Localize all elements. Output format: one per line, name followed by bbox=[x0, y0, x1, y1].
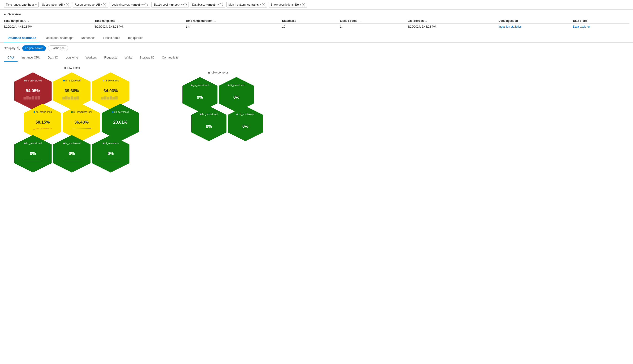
chevron-down-icon: ▾ bbox=[218, 4, 219, 6]
sub-tab-connectivity[interactable]: Connectivity bbox=[158, 54, 182, 62]
hex-hi-serverless-2[interactable]: hi_serverless 0% bbox=[92, 135, 130, 172]
sparkline bbox=[20, 95, 46, 100]
group-by-elastic-pool[interactable]: Elastic pool bbox=[48, 46, 68, 51]
sort-icon: ↑↓ bbox=[297, 20, 300, 22]
tab-databases[interactable]: Databases bbox=[77, 34, 99, 42]
svg-rect-5 bbox=[38, 96, 40, 100]
filter-logical-server[interactable]: Logical server: <unset> ▾ i bbox=[110, 2, 150, 8]
filter-elastic-pool[interactable]: Elastic pool: <unset> ▾ i bbox=[151, 2, 189, 8]
sparkline bbox=[98, 158, 123, 162]
info-icon: i bbox=[103, 3, 106, 6]
filter-show-descriptions[interactable]: Show descriptions: No ▾ i bbox=[269, 2, 307, 8]
dot-icon bbox=[236, 114, 238, 115]
hex-grid-dbw-demo-dr: gp_provisioned 0% hi_provisioned 0% bbox=[173, 76, 264, 142]
sub-tab-data-io[interactable]: Data IO bbox=[44, 54, 62, 62]
col-time-start[interactable]: Time range start ↑↓ bbox=[4, 18, 95, 24]
col-data-ingestion: Data ingestion bbox=[499, 18, 573, 24]
sub-tab-waits[interactable]: Waits bbox=[121, 54, 136, 62]
info-icon: i bbox=[302, 3, 305, 6]
info-icon: i bbox=[183, 3, 187, 6]
dot-icon bbox=[103, 80, 104, 82]
sub-tabs: CPU Instance CPU Data IO Log write Worke… bbox=[0, 51, 633, 62]
sub-tab-log-write[interactable]: Log write bbox=[62, 54, 82, 62]
chevron-down-icon: ▾ bbox=[101, 4, 102, 6]
sub-tab-instance-cpu[interactable]: Instance CPU bbox=[18, 54, 44, 62]
col-databases[interactable]: Databases ↑↓ bbox=[282, 18, 340, 24]
cell-last-refresh: 8/29/2024, 5:48:28 PM bbox=[408, 24, 499, 30]
filter-match-pattern[interactable]: Match pattern: contains ▾ i bbox=[226, 2, 267, 8]
col-time-end[interactable]: Time range end ↑↓ bbox=[95, 18, 186, 24]
svg-rect-17 bbox=[115, 96, 118, 100]
col-elastic-pools[interactable]: Elastic pools ↑↓ bbox=[340, 18, 408, 24]
hex-row-3: bc_provisioned 0% hi_provisioned bbox=[14, 134, 130, 173]
sort-icon: ↑↓ bbox=[27, 20, 29, 22]
data-explorer-link[interactable]: Data explorer bbox=[573, 25, 590, 28]
info-icon: i bbox=[220, 3, 223, 6]
chevron-down-icon: ▾ bbox=[64, 4, 65, 6]
svg-rect-7 bbox=[65, 96, 68, 100]
svg-rect-11 bbox=[76, 96, 79, 100]
main-tabs: Database heatmaps Elastic pool heatmaps … bbox=[0, 34, 633, 42]
filter-subscription[interactable]: Subscription: All ▾ i bbox=[40, 2, 71, 8]
svg-line-18 bbox=[72, 128, 91, 129]
chevron-down-icon: ▾ bbox=[35, 4, 37, 6]
dot-icon bbox=[191, 84, 193, 86]
col-duration[interactable]: Time range duration ↑↓ bbox=[186, 18, 282, 24]
cell-time-start: 8/29/2024, 4:48:28 PM bbox=[4, 24, 95, 30]
sparkline bbox=[69, 126, 94, 131]
hex-value: 94.05% bbox=[26, 88, 40, 94]
sub-tab-requests[interactable]: Requests bbox=[101, 54, 121, 62]
info-icon: i bbox=[17, 46, 20, 50]
group-by-logical-server[interactable]: Logical server bbox=[22, 46, 46, 51]
sparkline bbox=[59, 158, 85, 162]
filter-resource-group[interactable]: Resource group: All ▾ i bbox=[73, 2, 108, 8]
hex-bc-provisioned-2[interactable]: bc_provisioned 0% bbox=[14, 135, 52, 172]
hex-value: 69.66% bbox=[65, 88, 79, 94]
sparkline bbox=[20, 158, 46, 162]
sub-tab-storage-io[interactable]: Storage IO bbox=[136, 54, 158, 62]
server-group-dbw-demo-dr: ⊞ dbw-demo-dr gp_provisioned 0% bbox=[173, 71, 264, 142]
hex-bc-provisioned-dr2[interactable]: bc_provisioned 0% bbox=[228, 106, 263, 141]
server-label-dbw-demo-dr: ⊞ dbw-demo-dr bbox=[208, 71, 228, 74]
svg-rect-10 bbox=[74, 97, 76, 100]
filter-database[interactable]: Database: <unset> ▾ i bbox=[190, 2, 225, 8]
server-icon: ⊞ bbox=[208, 71, 211, 74]
chevron-down-icon: ▾ bbox=[260, 4, 261, 6]
hex-value: 36.48% bbox=[74, 120, 89, 125]
sub-tab-workers[interactable]: Workers bbox=[82, 54, 101, 62]
tab-database-heatmaps[interactable]: Database heatmaps bbox=[4, 34, 40, 42]
filter-time-range[interactable]: Time range: Last hour ▾ bbox=[4, 2, 39, 8]
dot-icon bbox=[34, 111, 35, 113]
cell-data-store[interactable]: Data explorer bbox=[573, 24, 629, 30]
hex-hi-provisioned-2[interactable]: hi_provisioned 0% bbox=[53, 135, 91, 172]
svg-rect-6 bbox=[62, 97, 65, 100]
dot-icon bbox=[24, 80, 26, 82]
overview-title: Overview bbox=[8, 12, 21, 16]
info-icon: i bbox=[262, 3, 265, 6]
svg-rect-13 bbox=[104, 96, 106, 100]
hex-value: 64.06% bbox=[104, 88, 118, 94]
tab-elastic-pools[interactable]: Elastic pools bbox=[99, 34, 124, 42]
chevron-down-icon: ▾ bbox=[300, 4, 301, 6]
hex-value: 0% bbox=[108, 151, 114, 156]
hex-value: 23.61% bbox=[113, 120, 127, 125]
server-icon: ⊞ bbox=[64, 66, 66, 70]
cell-databases: 10 bbox=[282, 24, 340, 30]
filter-bar: Time range: Last hour ▾ Subscription: Al… bbox=[0, 0, 633, 10]
sparkline bbox=[98, 95, 123, 100]
hex-bc-provisioned-dr1[interactable]: bc_provisioned 0% bbox=[191, 106, 226, 141]
overview-table: Time range start ↑↓ Time range end ↑↓ Ti… bbox=[4, 18, 629, 30]
tab-top-queries[interactable]: Top queries bbox=[124, 34, 147, 42]
chevron-down-icon: ∧ bbox=[4, 12, 6, 16]
group-by-row: Group by i Logical server Elastic pool bbox=[0, 42, 633, 51]
col-last-refresh[interactable]: Last refresh ↑↓ bbox=[408, 18, 499, 24]
tab-elastic-pool-heatmaps[interactable]: Elastic pool heatmaps bbox=[40, 34, 77, 42]
overview-toggle[interactable]: ∧ Overview bbox=[4, 12, 629, 16]
cell-data-ingestion[interactable]: Ingestion statistics bbox=[499, 24, 573, 30]
svg-rect-12 bbox=[101, 97, 104, 100]
sparkline bbox=[59, 95, 85, 100]
ingestion-statistics-link[interactable]: Ingestion statistics bbox=[499, 25, 521, 28]
chevron-down-icon: ▾ bbox=[142, 4, 144, 6]
sub-tab-cpu[interactable]: CPU bbox=[4, 54, 18, 62]
svg-rect-16 bbox=[112, 97, 115, 100]
